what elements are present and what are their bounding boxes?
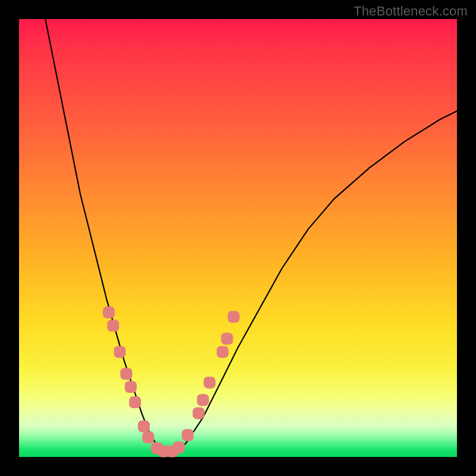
- curve-marker: [125, 381, 137, 393]
- curve-marker: [228, 311, 240, 323]
- marker-group: [103, 306, 240, 457]
- curve-marker: [197, 394, 209, 406]
- curve-marker: [203, 377, 215, 389]
- curve-marker: [129, 396, 141, 408]
- curve-marker: [193, 407, 205, 419]
- chart-frame: TheBottleneck.com: [0, 0, 476, 476]
- curve-marker: [107, 320, 119, 331]
- watermark-text: TheBottleneck.com: [353, 4, 468, 19]
- curve-marker: [142, 431, 154, 443]
- curve-marker: [138, 421, 150, 433]
- curve-marker: [217, 346, 228, 358]
- curve-marker: [103, 306, 115, 318]
- plot-area: [19, 19, 457, 457]
- curve-marker: [173, 441, 185, 453]
- curve-marker: [114, 346, 126, 358]
- chart-svg: [19, 19, 457, 457]
- curve-marker: [120, 368, 132, 380]
- curve-marker: [221, 333, 233, 345]
- curve-marker: [181, 429, 193, 441]
- bottleneck-curve: [45, 19, 457, 453]
